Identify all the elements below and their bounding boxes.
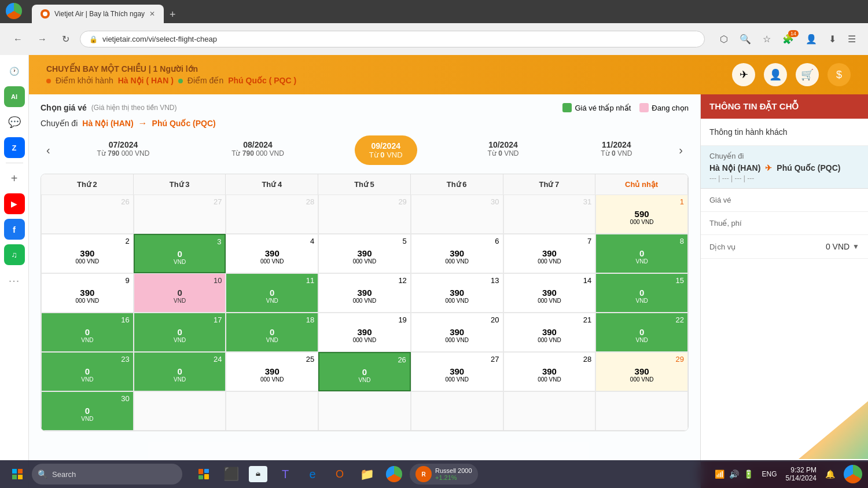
legend-selecting-dot (639, 103, 649, 112)
download-icon[interactable]: ⬇ (825, 31, 840, 47)
extensions-icon[interactable]: 🧩 14 (779, 31, 797, 47)
cal-cell-r3-c5[interactable]: 21 390 000 VND (503, 313, 596, 352)
sidebar-app-messenger[interactable]: 💬 (4, 112, 25, 133)
sidebar-app-facebook[interactable]: f (4, 219, 25, 240)
cal-cell-r1-c4[interactable]: 6 390 000 VND (411, 234, 503, 273)
taskbar-app-coccoc-task[interactable] (381, 461, 407, 487)
profile-icon[interactable]: 👤 (802, 31, 821, 47)
bookmark-icon[interactable]: ☆ (759, 31, 774, 47)
cal-cell-r4-c1[interactable]: 24 0 VND (134, 352, 226, 391)
cal-cell-r1-c1[interactable]: 3 0 VND (134, 234, 226, 273)
month-prev-button[interactable]: ‹ (41, 141, 56, 160)
url-bar[interactable]: 🔒 vietjetair.com/vi/select-flight-cheap (80, 31, 705, 47)
sidebar-app-add[interactable]: + (4, 168, 25, 189)
cal-cell-r4-c2[interactable]: 25 390 000 VND (226, 352, 318, 391)
cal-cell-r4-c3[interactable]: 26 0 VND (318, 352, 411, 391)
service-chevron-icon[interactable]: ▼ (852, 243, 859, 251)
month-label-1: 08/2024 (231, 140, 284, 149)
stock-widget[interactable]: R Russell 2000 +1.21% (410, 464, 478, 485)
notification-icon[interactable]: 🔔 (825, 469, 835, 479)
taskbar-lang[interactable]: ENG (762, 470, 777, 478)
cal-cell-r1-c5[interactable]: 7 390 000 VND (503, 234, 596, 273)
cal-cell-r3-c4[interactable]: 20 390 000 VND (411, 313, 503, 352)
cal-date: 13 (415, 276, 499, 285)
cal-cell-r3-c1[interactable]: 17 0 VND (134, 313, 226, 352)
month-item-1[interactable]: 08/2024 Từ 790 000 VND (220, 135, 296, 165)
refresh-button[interactable]: ↻ (57, 31, 74, 47)
sidebar-app-more[interactable]: ··· (4, 270, 25, 291)
cal-date: 31 (507, 197, 592, 206)
month-item-2[interactable]: 09/2024 Từ 0 VND (355, 135, 417, 165)
cal-unit: VND (230, 337, 314, 343)
menu-icon[interactable]: ☰ (844, 31, 859, 47)
cal-cell-r4-c6[interactable]: 29 390 000 VND (595, 352, 688, 391)
cal-cell-r1-c3[interactable]: 5 390 000 VND (318, 234, 411, 273)
cal-unit: 000 VND (415, 376, 499, 383)
taskbar-app-widgets[interactable] (191, 461, 216, 487)
taskbar-app-teams[interactable]: T (273, 461, 298, 487)
dest-dot (178, 79, 183, 83)
sidebar-app-youtube[interactable]: ▶ (4, 193, 25, 214)
cal-cell-r2-c4[interactable]: 13 390 000 VND (411, 273, 503, 313)
currency-icon-btn[interactable]: $ (827, 63, 851, 86)
sidebar-app-history[interactable]: 🕐 (4, 61, 25, 82)
cal-cell-r2-c3[interactable]: 12 390 000 VND (318, 273, 411, 313)
cal-cell-r1-c0[interactable]: 2 390 000 VND (41, 234, 134, 273)
taskbar-search-container[interactable]: 🔍 Search (32, 464, 182, 485)
sidebar-app-spotify[interactable]: ♫ (4, 244, 25, 265)
cal-cell-r3-c3[interactable]: 19 390 000 VND (318, 313, 411, 352)
sidebar-app-ai[interactable]: AI (4, 86, 25, 107)
cal-cell-r0-c6[interactable]: 1 590 000 VND (595, 195, 688, 234)
cal-cell-r3-c2[interactable]: 18 0 VND (226, 313, 318, 352)
forward-button[interactable]: → (33, 31, 52, 47)
cal-cell-r2-c5[interactable]: 14 390 000 VND (503, 273, 596, 313)
screenshot-icon[interactable]: ⬡ (716, 31, 731, 47)
booking-passenger[interactable]: Thông tin hành khách (701, 119, 868, 146)
taskbar-app-files[interactable]: 📁 (354, 461, 380, 487)
new-tab-button[interactable]: + (164, 9, 182, 21)
cal-cell-r2-c2[interactable]: 11 0 VND (226, 273, 318, 313)
month-item-0[interactable]: 07/2024 Từ 790 000 VND (86, 135, 161, 165)
tab-close-button[interactable]: ✕ (149, 10, 155, 18)
month-next-button[interactable]: › (673, 141, 689, 160)
booking-section: Chuyến đi Hà Nội (HAN) ✈ Phú Quốc (PQC) … (701, 146, 868, 189)
taskbar-search-input[interactable]: Search (32, 464, 182, 485)
cal-price: 590 (599, 209, 684, 219)
taskbar-app-browser-thumb[interactable]: 🏔 (245, 461, 271, 487)
month-item-4[interactable]: 11/2024 Từ 0 VND (589, 135, 643, 165)
cal-cell-r4-c5[interactable]: 28 390 000 VND (503, 352, 596, 391)
network-icon[interactable]: 📶 (715, 469, 724, 479)
cal-cell-r4-c4[interactable]: 27 390 000 VND (411, 352, 503, 391)
cal-price: 0 (230, 327, 314, 337)
taskbar-app-opera[interactable]: O (327, 461, 352, 487)
cal-unit: 000 VND (599, 219, 684, 225)
cal-cell-r5-c3 (318, 391, 411, 431)
cal-cell-r3-c0[interactable]: 16 0 VND (41, 313, 134, 352)
sidebar-divider (6, 163, 23, 163)
cal-cell-r4-c0[interactable]: 23 0 VND (41, 352, 134, 391)
taskbar-app-edge[interactable]: e (300, 461, 325, 487)
sidebar-app-zalo[interactable]: Z (4, 137, 25, 158)
cal-cell-r2-c0[interactable]: 9 390 000 VND (41, 273, 134, 313)
user-icon-btn[interactable]: 👤 (764, 63, 787, 86)
volume-icon[interactable]: 🔊 (729, 469, 739, 479)
start-button[interactable] (6, 464, 29, 485)
cal-cell-r5-c0[interactable]: 30 0 VND (41, 391, 134, 431)
month-item-3[interactable]: 10/2024 Từ 0 VND (476, 135, 530, 165)
back-button[interactable]: ← (9, 31, 27, 47)
legend-low: Giá vé thấp nhất (562, 103, 631, 112)
cal-date: 26 (323, 355, 406, 364)
cal-cell-r3-c6[interactable]: 22 0 VND (595, 313, 688, 352)
flight-icon-btn[interactable]: ✈ (732, 63, 755, 86)
battery-icon[interactable]: 🔋 (744, 469, 753, 479)
taskbar-end-widget[interactable] (844, 465, 862, 483)
taskbar-time[interactable]: 9:32 PM 5/14/2024 (786, 466, 816, 482)
cal-cell-r2-c1[interactable]: 10 0 VND (134, 273, 226, 313)
active-tab[interactable]: Vietjet Air | Bay là Thích ngay ✕ (32, 5, 164, 23)
cal-cell-r1-c6[interactable]: 8 0 VND (595, 234, 688, 273)
cart-icon-btn[interactable]: 🛒 (796, 63, 819, 86)
taskbar-app-taskview[interactable]: ⬛ (218, 461, 244, 487)
zoom-icon[interactable]: 🔍 (736, 31, 755, 47)
cal-cell-r2-c6[interactable]: 15 0 VND (595, 273, 688, 313)
cal-cell-r1-c2[interactable]: 4 390 000 VND (226, 234, 318, 273)
